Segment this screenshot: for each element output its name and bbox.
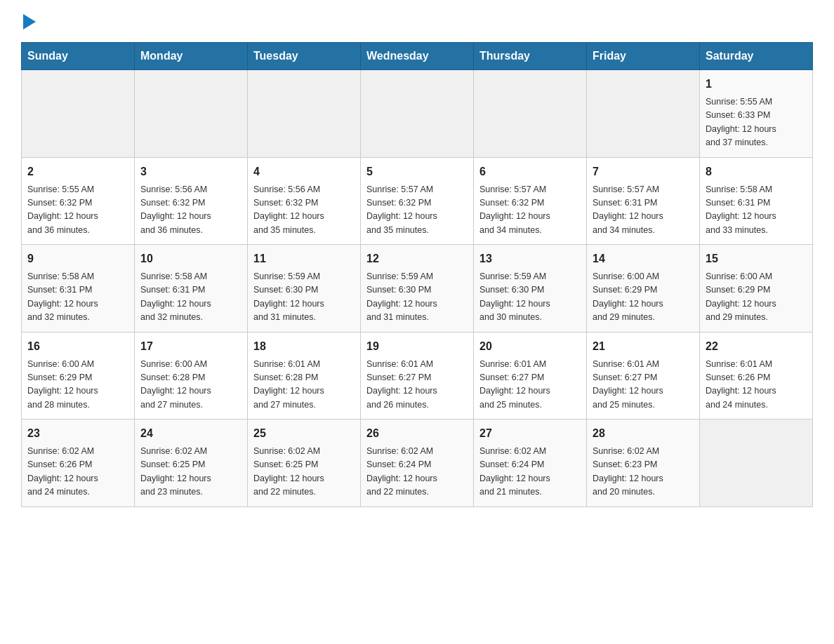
day-info: Sunrise: 5:55 AM Sunset: 6:32 PM Dayligh… [27, 183, 128, 238]
day-info: Sunrise: 6:00 AM Sunset: 6:28 PM Dayligh… [140, 358, 241, 412]
day-number: 11 [253, 250, 355, 267]
day-info: Sunrise: 5:56 AM Sunset: 6:32 PM Dayligh… [140, 183, 241, 238]
day-info: Sunrise: 6:01 AM Sunset: 6:26 PM Dayligh… [706, 358, 807, 412]
day-of-week-header: Tuesday [248, 43, 361, 70]
day-number: 22 [706, 338, 807, 355]
calendar-day-cell: 3Sunrise: 5:56 AM Sunset: 6:32 PM Daylig… [135, 157, 248, 245]
day-info: Sunrise: 5:59 AM Sunset: 6:30 PM Dayligh… [366, 270, 468, 325]
day-number: 14 [593, 250, 694, 267]
day-number: 6 [479, 163, 581, 180]
calendar-header-row: SundayMondayTuesdayWednesdayThursdayFrid… [22, 43, 813, 70]
day-number: 18 [253, 338, 355, 355]
calendar-day-cell: 28Sunrise: 6:02 AM Sunset: 6:23 PM Dayli… [587, 420, 700, 507]
day-info: Sunrise: 5:56 AM Sunset: 6:32 PM Dayligh… [253, 183, 355, 238]
day-info: Sunrise: 5:58 AM Sunset: 6:31 PM Dayligh… [140, 270, 241, 325]
day-info: Sunrise: 6:01 AM Sunset: 6:27 PM Dayligh… [593, 358, 694, 412]
day-number: 10 [140, 250, 241, 267]
day-info: Sunrise: 6:01 AM Sunset: 6:27 PM Dayligh… [366, 358, 468, 412]
calendar-day-cell: 17Sunrise: 6:00 AM Sunset: 6:28 PM Dayli… [135, 332, 248, 420]
day-info: Sunrise: 5:57 AM Sunset: 6:32 PM Dayligh… [479, 183, 581, 238]
calendar-week-row: 16Sunrise: 6:00 AM Sunset: 6:29 PM Dayli… [22, 332, 813, 420]
calendar-week-row: 1Sunrise: 5:55 AM Sunset: 6:33 PM Daylig… [22, 70, 813, 158]
day-of-week-header: Thursday [474, 43, 587, 70]
calendar-day-cell: 22Sunrise: 6:01 AM Sunset: 6:26 PM Dayli… [700, 332, 813, 420]
page-header [21, 14, 813, 31]
day-info: Sunrise: 5:55 AM Sunset: 6:33 PM Dayligh… [706, 95, 807, 150]
calendar-day-cell: 18Sunrise: 6:01 AM Sunset: 6:28 PM Dayli… [248, 332, 361, 420]
logo [21, 14, 36, 31]
day-info: Sunrise: 5:57 AM Sunset: 6:31 PM Dayligh… [593, 183, 694, 238]
day-info: Sunrise: 6:00 AM Sunset: 6:29 PM Dayligh… [27, 358, 128, 412]
calendar-day-cell [474, 70, 587, 158]
day-of-week-header: Wednesday [361, 43, 474, 70]
day-number: 21 [593, 338, 694, 355]
calendar-day-cell [248, 70, 361, 158]
day-info: Sunrise: 6:02 AM Sunset: 6:24 PM Dayligh… [479, 445, 581, 499]
calendar-week-row: 2Sunrise: 5:55 AM Sunset: 6:32 PM Daylig… [22, 157, 813, 245]
calendar-day-cell [22, 70, 135, 158]
day-number: 25 [253, 425, 355, 442]
calendar-day-cell: 25Sunrise: 6:02 AM Sunset: 6:25 PM Dayli… [248, 420, 361, 507]
day-info: Sunrise: 6:02 AM Sunset: 6:23 PM Dayligh… [593, 445, 694, 499]
calendar-day-cell: 10Sunrise: 5:58 AM Sunset: 6:31 PM Dayli… [135, 245, 248, 333]
calendar-week-row: 9Sunrise: 5:58 AM Sunset: 6:31 PM Daylig… [22, 245, 813, 333]
calendar-day-cell: 12Sunrise: 5:59 AM Sunset: 6:30 PM Dayli… [361, 245, 474, 333]
calendar-week-row: 23Sunrise: 6:02 AM Sunset: 6:26 PM Dayli… [22, 420, 813, 507]
day-number: 19 [366, 338, 468, 355]
logo-triangle-icon [23, 14, 36, 29]
day-number: 16 [27, 338, 128, 355]
calendar-day-cell: 19Sunrise: 6:01 AM Sunset: 6:27 PM Dayli… [361, 332, 474, 420]
day-info: Sunrise: 6:02 AM Sunset: 6:24 PM Dayligh… [366, 445, 468, 499]
day-number: 23 [27, 425, 128, 442]
day-info: Sunrise: 5:59 AM Sunset: 6:30 PM Dayligh… [479, 270, 581, 325]
calendar-day-cell: 2Sunrise: 5:55 AM Sunset: 6:32 PM Daylig… [22, 157, 135, 245]
day-number: 24 [140, 425, 241, 442]
day-info: Sunrise: 5:57 AM Sunset: 6:32 PM Dayligh… [366, 183, 468, 238]
calendar-table: SundayMondayTuesdayWednesdayThursdayFrid… [21, 42, 813, 507]
day-info: Sunrise: 5:58 AM Sunset: 6:31 PM Dayligh… [27, 270, 128, 325]
calendar-day-cell: 21Sunrise: 6:01 AM Sunset: 6:27 PM Dayli… [587, 332, 700, 420]
calendar-day-cell: 20Sunrise: 6:01 AM Sunset: 6:27 PM Dayli… [474, 332, 587, 420]
calendar-day-cell: 24Sunrise: 6:02 AM Sunset: 6:25 PM Dayli… [135, 420, 248, 507]
calendar-day-cell [361, 70, 474, 158]
calendar-day-cell: 7Sunrise: 5:57 AM Sunset: 6:31 PM Daylig… [587, 157, 700, 245]
day-number: 8 [706, 163, 807, 180]
day-info: Sunrise: 5:59 AM Sunset: 6:30 PM Dayligh… [253, 270, 355, 325]
day-info: Sunrise: 6:02 AM Sunset: 6:25 PM Dayligh… [253, 445, 355, 499]
calendar-day-cell: 16Sunrise: 6:00 AM Sunset: 6:29 PM Dayli… [22, 332, 135, 420]
day-number: 5 [366, 163, 468, 180]
day-number: 13 [479, 250, 581, 267]
day-info: Sunrise: 6:01 AM Sunset: 6:27 PM Dayligh… [479, 358, 581, 412]
calendar-day-cell: 15Sunrise: 6:00 AM Sunset: 6:29 PM Dayli… [700, 245, 813, 333]
calendar-day-cell: 14Sunrise: 6:00 AM Sunset: 6:29 PM Dayli… [587, 245, 700, 333]
calendar-day-cell: 6Sunrise: 5:57 AM Sunset: 6:32 PM Daylig… [474, 157, 587, 245]
day-of-week-header: Monday [135, 43, 248, 70]
calendar-day-cell: 9Sunrise: 5:58 AM Sunset: 6:31 PM Daylig… [22, 245, 135, 333]
calendar-day-cell [587, 70, 700, 158]
day-number: 3 [140, 163, 241, 180]
day-of-week-header: Saturday [700, 43, 813, 70]
day-number: 28 [593, 425, 694, 442]
calendar-day-cell: 8Sunrise: 5:58 AM Sunset: 6:31 PM Daylig… [700, 157, 813, 245]
day-number: 12 [366, 250, 468, 267]
day-info: Sunrise: 6:02 AM Sunset: 6:25 PM Dayligh… [140, 445, 241, 499]
day-of-week-header: Friday [587, 43, 700, 70]
day-number: 15 [706, 250, 807, 267]
day-number: 2 [27, 163, 128, 180]
calendar-day-cell: 23Sunrise: 6:02 AM Sunset: 6:26 PM Dayli… [22, 420, 135, 507]
day-info: Sunrise: 6:01 AM Sunset: 6:28 PM Dayligh… [253, 358, 355, 412]
day-number: 17 [140, 338, 241, 355]
day-info: Sunrise: 5:58 AM Sunset: 6:31 PM Dayligh… [706, 183, 807, 238]
day-info: Sunrise: 6:02 AM Sunset: 6:26 PM Dayligh… [27, 445, 128, 499]
calendar-day-cell [700, 420, 813, 507]
calendar-day-cell: 26Sunrise: 6:02 AM Sunset: 6:24 PM Dayli… [361, 420, 474, 507]
day-number: 7 [593, 163, 694, 180]
calendar-day-cell: 1Sunrise: 5:55 AM Sunset: 6:33 PM Daylig… [700, 70, 813, 158]
day-info: Sunrise: 6:00 AM Sunset: 6:29 PM Dayligh… [593, 270, 694, 325]
calendar-day-cell [135, 70, 248, 158]
day-number: 20 [479, 338, 581, 355]
day-number: 26 [366, 425, 468, 442]
calendar-day-cell: 4Sunrise: 5:56 AM Sunset: 6:32 PM Daylig… [248, 157, 361, 245]
calendar-day-cell: 13Sunrise: 5:59 AM Sunset: 6:30 PM Dayli… [474, 245, 587, 333]
day-number: 27 [479, 425, 581, 442]
